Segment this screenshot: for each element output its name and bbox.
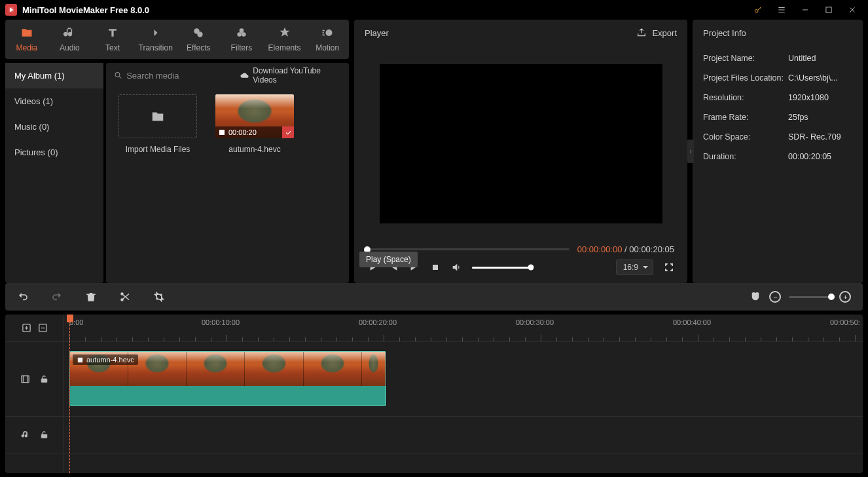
svg-rect-15: [21, 376, 28, 383]
volume-slider[interactable]: [472, 267, 531, 269]
svg-point-8: [115, 73, 120, 77]
ruler-label: 00:00:20:00: [359, 318, 397, 326]
import-thumb: [118, 94, 197, 138]
clip-name: autumn-4.hevc: [228, 145, 280, 154]
clip-label: autumn-4.hevc: [73, 354, 138, 365]
key-icon[interactable]: [753, 5, 763, 15]
album-videos[interactable]: Videos (1): [5, 88, 103, 114]
timeline-clip[interactable]: autumn-4.hevc: [69, 351, 386, 406]
check-icon: [282, 126, 294, 138]
playhead[interactable]: [69, 315, 70, 473]
zoom-in-button[interactable]: [839, 291, 851, 303]
timecode-current: 00:00:00:00: [577, 244, 623, 254]
album-list: My Album (1) Videos (1) Music (0) Pictur…: [5, 63, 103, 283]
tab-elements[interactable]: Elements: [263, 20, 306, 59]
ruler-label: 00:00:10:00: [202, 318, 240, 326]
tab-filters[interactable]: Filters: [220, 20, 263, 59]
info-row: Duration:00:00:20:05: [703, 147, 852, 166]
close-button[interactable]: [847, 5, 858, 15]
main-tabs: Media Audio Text Transition Effects Filt…: [5, 20, 349, 59]
export-label: Export: [652, 28, 677, 38]
import-media-tile[interactable]: Import Media Files: [115, 94, 200, 154]
svg-rect-17: [41, 434, 47, 438]
tab-transition[interactable]: Transition: [134, 20, 177, 59]
unlock-icon[interactable]: [39, 374, 49, 384]
delete-button[interactable]: [85, 291, 97, 303]
play-tooltip: Play (Space): [359, 252, 418, 267]
export-button[interactable]: Export: [636, 28, 677, 38]
ruler-label: 00:00:40:00: [673, 318, 711, 326]
project-info-panel: Project Info Project Name:Untitled Proje…: [693, 20, 863, 283]
svg-rect-18: [78, 357, 82, 362]
folder-icon: [151, 109, 165, 124]
audio-track[interactable]: [64, 417, 863, 453]
playback-scrubber[interactable]: [367, 248, 570, 250]
info-row: Frame Rate:25fps: [703, 107, 852, 127]
svg-rect-1: [826, 7, 831, 12]
import-label: Import Media Files: [126, 145, 190, 154]
film-icon: [20, 374, 30, 384]
tab-label: Filters: [231, 43, 253, 52]
album-pictures[interactable]: Pictures (0): [5, 140, 103, 165]
zoom-slider[interactable]: [789, 296, 831, 298]
svg-point-7: [326, 29, 333, 36]
fullscreen-button[interactable]: [664, 262, 674, 273]
tab-label: Text: [105, 43, 120, 52]
search-input[interactable]: [126, 71, 236, 81]
video-track-head: [5, 342, 63, 417]
download-youtube-link[interactable]: Download YouTube Videos: [240, 66, 341, 85]
tab-media[interactable]: Media: [5, 20, 48, 59]
aspect-ratio-select[interactable]: 16:9: [616, 259, 653, 275]
tab-effects[interactable]: Effects: [177, 20, 221, 59]
svg-rect-16: [41, 379, 47, 383]
media-panel: Download YouTube Videos Import Media Fil…: [106, 63, 349, 283]
tab-label: Elements: [268, 43, 301, 52]
clip-thumb: 00:00:20: [215, 94, 294, 138]
tab-label: Transition: [139, 43, 173, 52]
svg-rect-10: [433, 265, 438, 270]
player-panel: Player Export 00:00:00:00 / 00:00:20:05 …: [354, 20, 687, 283]
minimize-button[interactable]: [800, 5, 810, 15]
export-icon: [636, 28, 647, 38]
undo-button[interactable]: [17, 291, 29, 303]
info-row: Resolution:1920x1080: [703, 88, 852, 107]
playback-timecode: 00:00:00:00 / 00:00:20:05: [577, 244, 674, 254]
film-icon: [218, 128, 226, 136]
tab-label: Audio: [60, 43, 80, 52]
svg-point-5: [237, 32, 242, 37]
zoom-out-button[interactable]: [769, 291, 781, 303]
ruler-label: 00:00:30:00: [516, 318, 554, 326]
redo-button[interactable]: [51, 291, 63, 303]
tab-motion[interactable]: Motion: [306, 20, 349, 59]
album-music[interactable]: Music (0): [5, 114, 103, 140]
title-bar: MiniTool MovieMaker Free 8.0.0: [0, 0, 868, 20]
maximize-button[interactable]: [823, 5, 834, 15]
volume-button[interactable]: [451, 262, 461, 273]
magnet-snap-button[interactable]: [750, 291, 761, 303]
info-row: Project Name:Untitled: [703, 48, 852, 68]
tab-text[interactable]: Text: [91, 20, 134, 59]
cloud-download-icon: [240, 71, 249, 80]
video-track[interactable]: autumn-4.hevc: [64, 342, 863, 417]
menu-icon[interactable]: [776, 5, 787, 15]
project-info-title: Project Info: [693, 20, 863, 46]
crop-button[interactable]: [153, 291, 165, 303]
stop-button[interactable]: [430, 262, 441, 273]
music-icon: [20, 430, 30, 440]
album-my-album[interactable]: My Album (1): [5, 63, 103, 88]
tab-audio[interactable]: Audio: [48, 20, 92, 59]
time-ruler[interactable]: 0:00 00:00:10:00 00:00:20:00 00:00:30:00…: [64, 315, 863, 342]
clip-duration: 00:00:20: [228, 128, 257, 136]
timeline-body: 0:00 00:00:10:00 00:00:20:00 00:00:30:00…: [5, 315, 863, 473]
remove-track-button[interactable]: [38, 323, 48, 333]
playhead-handle[interactable]: [67, 315, 73, 322]
split-button[interactable]: [119, 291, 131, 303]
panel-collapse-handle[interactable]: [687, 140, 694, 163]
tab-label: Media: [16, 43, 37, 52]
search-icon: [114, 71, 122, 80]
add-track-button[interactable]: [22, 323, 31, 333]
unlock-icon[interactable]: [39, 430, 49, 440]
tab-label: Motion: [316, 43, 339, 52]
media-clip-tile[interactable]: 00:00:20 autumn-4.hevc: [212, 94, 297, 154]
info-row: Project Files Location:C:\Users\bj\...: [703, 68, 852, 88]
